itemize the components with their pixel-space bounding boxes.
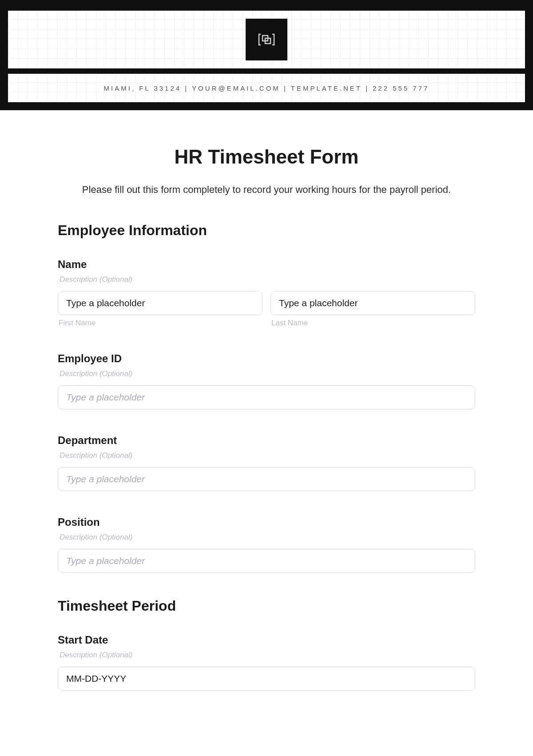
section-employee-info-heading: Employee Information: [58, 222, 475, 239]
last-name-sublabel: Last Name: [270, 319, 475, 328]
position-label: Position: [58, 516, 475, 528]
name-description: Description (Optional): [58, 275, 475, 284]
field-start-date: Start Date Description (Optional) MM-DD-…: [58, 634, 475, 691]
last-name-input[interactable]: Type a placeholder: [270, 291, 475, 315]
contact-band: MIAMI, FL 33124 | YOUR@EMAIL.COM | TEMPL…: [8, 74, 525, 102]
department-label: Department: [58, 434, 475, 447]
employee-id-input[interactable]: Type a placeholder: [58, 385, 475, 409]
employee-id-label: Employee ID: [58, 352, 475, 365]
logo-icon: [258, 31, 275, 48]
start-date-description: Description (Optional): [58, 651, 475, 660]
field-department: Department Description (Optional) Type a…: [58, 434, 475, 491]
department-description: Description (Optional): [58, 451, 475, 460]
employee-id-description: Description (Optional): [58, 369, 475, 378]
name-label: Name: [58, 258, 475, 271]
first-name-input[interactable]: Type a placeholder: [58, 291, 263, 315]
position-description: Description (Optional): [58, 533, 475, 542]
position-input[interactable]: Type a placeholder: [58, 549, 475, 573]
form-content: HR Timesheet Form Please fill out this f…: [0, 110, 533, 708]
field-employee-id: Employee ID Description (Optional) Type …: [58, 352, 475, 409]
field-position: Position Description (Optional) Type a p…: [58, 516, 475, 573]
logo-box: [246, 19, 287, 60]
field-name: Name Description (Optional) Type a place…: [58, 258, 475, 328]
logo-band: [8, 11, 525, 68]
page-intro: Please fill out this form completely to …: [58, 184, 475, 196]
page-title: HR Timesheet Form: [58, 146, 475, 168]
department-input[interactable]: Type a placeholder: [58, 467, 475, 491]
start-date-input[interactable]: MM-DD-YYYY: [58, 667, 475, 691]
header-frame: MIAMI, FL 33124 | YOUR@EMAIL.COM | TEMPL…: [0, 0, 533, 110]
section-timesheet-period-heading: Timesheet Period: [58, 598, 475, 614]
start-date-label: Start Date: [58, 634, 475, 646]
contact-text: MIAMI, FL 33124 | YOUR@EMAIL.COM | TEMPL…: [104, 84, 430, 92]
first-name-sublabel: First Name: [58, 319, 263, 328]
